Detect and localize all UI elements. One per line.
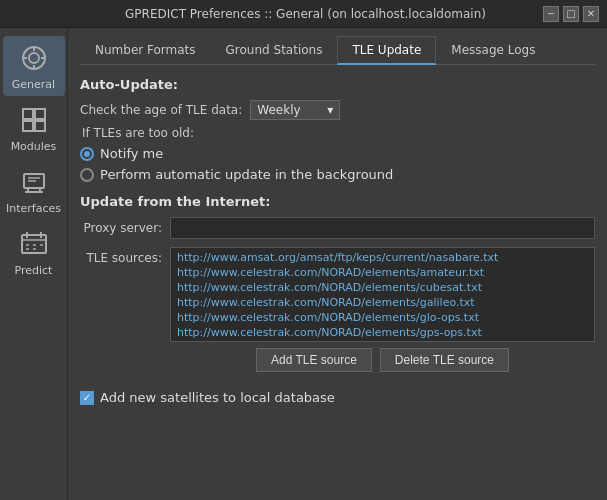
list-item[interactable]: http://www.celestrak.com/NORAD/elements/… [175,295,590,310]
tab-message-logs[interactable]: Message Logs [436,36,550,65]
sidebar-label-general: General [12,78,55,91]
titlebar-controls: − □ ✕ [543,6,599,22]
tab-ground-stations[interactable]: Ground Stations [211,36,338,65]
list-item[interactable]: http://www.celestrak.com/NORAD/elements/… [175,325,590,340]
radio-notify[interactable]: Notify me [80,146,595,161]
general-icon [18,42,50,74]
radio-auto-circle [80,168,94,182]
tab-bar: Number Formats Ground Stations TLE Updat… [80,36,595,65]
titlebar-title: GPREDICT Preferences :: General (on loca… [68,7,543,21]
list-item[interactable]: http://www.celestrak.com/NORAD/elements/… [175,310,590,325]
maximize-button[interactable]: □ [563,6,579,22]
tab-number-formats[interactable]: Number Formats [80,36,211,65]
svg-rect-8 [23,121,33,131]
close-button[interactable]: ✕ [583,6,599,22]
sidebar-label-predict: Predict [15,264,53,277]
radio-group: Notify me Perform automatic update in th… [80,146,595,182]
list-item[interactable]: http://www.amsat.org/amsat/ftp/keps/curr… [175,250,590,265]
proxy-input[interactable] [170,217,595,239]
sidebar-item-general[interactable]: General [3,36,65,96]
tle-sources-row: TLE sources: http://www.amsat.org/amsat/… [80,247,595,342]
svg-rect-7 [35,109,45,119]
add-tle-source-button[interactable]: Add TLE source [256,348,372,372]
svg-rect-6 [23,109,33,119]
sidebar-item-interfaces[interactable]: Interfaces [3,160,65,220]
proxy-row: Proxy server: [80,217,595,239]
add-satellites-checkbox[interactable] [80,391,94,405]
tle-sources-list[interactable]: http://www.amsat.org/amsat/ftp/keps/curr… [170,247,595,342]
sidebar-item-modules[interactable]: Modules [3,98,65,158]
minimize-button[interactable]: − [543,6,559,22]
svg-rect-9 [35,121,45,131]
svg-point-1 [29,53,39,63]
auto-update-label: Auto-Update: [80,77,595,92]
content-area: Number Formats Ground Stations TLE Updat… [68,28,607,500]
sidebar-label-modules: Modules [11,140,57,153]
modules-icon [18,104,50,136]
radio-auto[interactable]: Perform automatic update in the backgrou… [80,167,595,182]
interfaces-icon [18,166,50,198]
delete-tle-source-button[interactable]: Delete TLE source [380,348,509,372]
add-satellites-label: Add new satellites to local database [100,390,335,405]
weekly-dropdown[interactable]: Weekly ▾ [250,100,340,120]
predict-icon [18,228,50,260]
radio-notify-circle [80,147,94,161]
svg-rect-16 [22,235,46,253]
titlebar: GPREDICT Preferences :: General (on loca… [0,0,607,28]
sidebar: General Modules [0,28,68,500]
dropdown-value: Weekly [257,103,300,117]
auto-update-section: Auto-Update: Check the age of TLE data: … [80,77,595,194]
internet-section: Update from the Internet: Proxy server: … [80,194,595,382]
tle-sources-label: TLE sources: [80,247,170,265]
radio-notify-label: Notify me [100,146,163,161]
main-layout: General Modules [0,28,607,500]
tab-tle-update[interactable]: TLE Update [337,36,436,65]
check-age-row: Check the age of TLE data: Weekly ▾ [80,100,595,120]
internet-section-label: Update from the Internet: [80,194,595,209]
list-item[interactable]: http://www.celestrak.com/NORAD/elements/… [175,280,590,295]
sidebar-item-predict[interactable]: Predict [3,222,65,282]
radio-auto-label: Perform automatic update in the backgrou… [100,167,393,182]
check-age-label: Check the age of TLE data: [80,103,242,117]
add-satellites-row[interactable]: Add new satellites to local database [80,390,595,405]
sidebar-label-interfaces: Interfaces [6,202,61,215]
dropdown-arrow-icon: ▾ [327,103,333,117]
if-too-old-label: If TLEs are too old: [82,126,595,140]
list-item[interactable]: http://www.celestrak.com/NORAD/elements/… [175,265,590,280]
tle-buttons-row: Add TLE source Delete TLE source [170,348,595,372]
proxy-label: Proxy server: [80,221,170,235]
